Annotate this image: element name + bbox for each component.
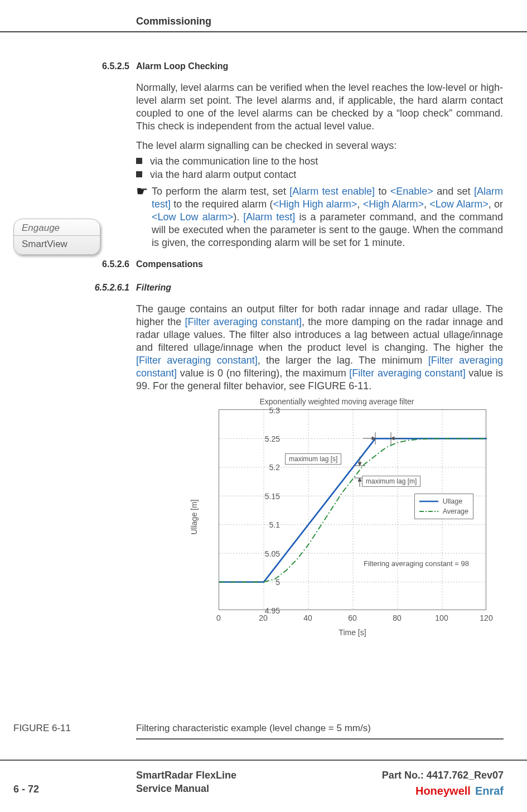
ytick: 5	[235, 578, 280, 587]
section-number-65261: 6.5.2.6.1	[23, 283, 129, 293]
annotation-max-lag-m: maximum lag [m]	[362, 476, 420, 487]
annotation-max-lag-s: maximum lag [s]	[285, 453, 341, 465]
svg-marker-22	[358, 478, 361, 481]
xtick: 60	[341, 613, 364, 622]
bullet-text: via the communication line to the host	[150, 154, 318, 168]
legend-average: Average	[443, 508, 468, 515]
square-bullet-icon	[136, 171, 142, 177]
bullet-text: via the hard alarm output contact	[150, 168, 296, 181]
xtick: 20	[252, 613, 274, 622]
annotation-constant: Filtering averaging constant = 98	[364, 559, 469, 568]
ytick: 5.15	[235, 492, 280, 501]
enraf-logo: Enraf	[475, 785, 504, 797]
xtick: 100	[431, 613, 453, 622]
section-number-6526: 6.5.2.6	[23, 259, 129, 269]
figure-caption: Filtering characteristic example (level …	[136, 723, 371, 734]
bullet-hard-alarm: via the hard alarm output contact	[136, 168, 503, 181]
tip-block: ☛ To perform the alarm test, set [Alarm …	[136, 185, 503, 249]
section-title-compensations: Compensations	[136, 259, 503, 269]
footer-logo: HoneywellEnraf	[415, 785, 504, 798]
footer-doc-title: SmartRadar FlexLineService Manual	[136, 769, 236, 795]
bullet-comm-line: via the communication line to the host	[136, 154, 503, 168]
tip-text: To perform the alarm test, set [Alarm te…	[152, 185, 503, 249]
xtick: 120	[475, 613, 497, 622]
section-number-6525: 6.5.2.5	[23, 61, 129, 71]
ytick: 5.2	[235, 463, 280, 472]
para-6525-2: The level alarm signalling can be checke…	[136, 139, 503, 152]
ytick: 5.1	[235, 520, 280, 529]
ytick: 5.3	[235, 406, 280, 415]
section-title-alarm-loop: Alarm Loop Checking	[136, 61, 503, 71]
svg-marker-20	[358, 462, 361, 466]
filter-chart: Exponentially weighted moving average fi…	[171, 397, 503, 637]
xtick: 80	[386, 613, 408, 622]
para-6525-1: Normally, level alarms can be verified w…	[136, 81, 503, 133]
footer-rule	[0, 760, 527, 761]
header-rule	[0, 31, 527, 32]
chart-xlabel: Time [s]	[219, 628, 486, 637]
xtick: 40	[297, 613, 319, 622]
para-filtering: The gauge contains an output filter for …	[136, 303, 503, 393]
legend-ullage: Ullage	[443, 497, 462, 505]
section-title-filtering: Filtering	[136, 283, 503, 293]
footer-part-number: Part No.: 4417.762_Rev07	[382, 770, 504, 781]
footer-page-number: 6 - 72	[13, 784, 39, 795]
square-bullet-icon	[136, 158, 142, 164]
svg-marker-16	[391, 437, 394, 440]
honeywell-logo: Honeywell	[415, 785, 471, 797]
xtick: 0	[207, 613, 230, 622]
chart-legend: Ullage Average	[414, 494, 473, 519]
ytick: 5.25	[235, 434, 280, 443]
chart-title: Exponentially weighted moving average fi…	[171, 397, 503, 406]
chart-ylabel: Ullage [m]	[190, 500, 199, 535]
figure-label: FIGURE 6-11	[13, 723, 71, 734]
pointer-icon: ☛	[136, 185, 148, 198]
figure-rule	[136, 738, 504, 740]
ytick: 5.05	[235, 549, 280, 558]
chapter-title: Commissioning	[136, 16, 211, 27]
